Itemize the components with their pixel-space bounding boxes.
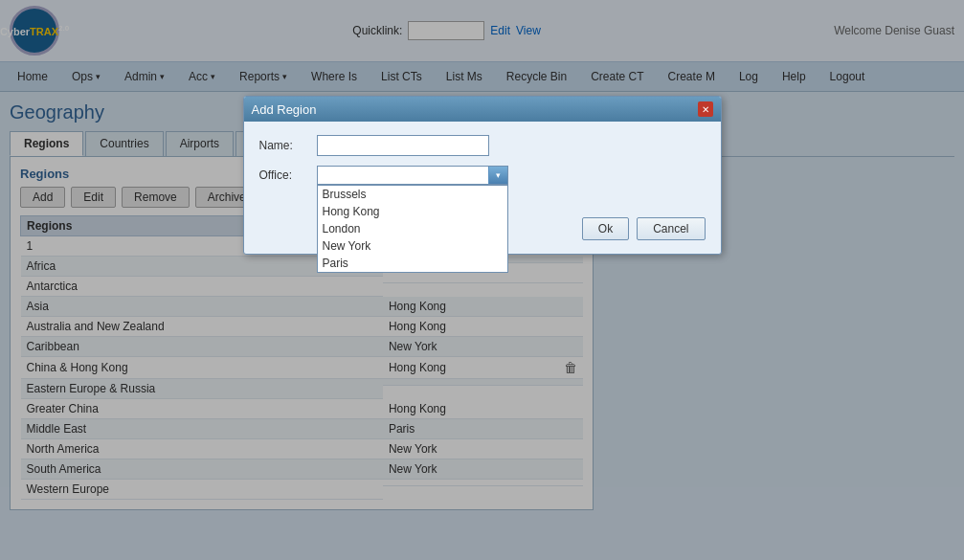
ok-button[interactable]: Ok [582,217,629,240]
dropdown-option[interactable]: Brussels [318,186,507,203]
modal-title: Add Region [252,102,317,117]
dropdown-option[interactable]: New York [318,237,507,255]
modal-body: Name: Office: ▾ BrusselsHong KongLondonN… [244,122,721,208]
add-region-modal: Add Region ✕ Name: Office: ▾ BrusselsHon… [243,96,722,255]
dropdown-option[interactable]: Paris [318,255,507,272]
modal-close-button[interactable]: ✕ [698,101,713,117]
dropdown-option[interactable]: London [318,220,507,237]
name-row: Name: [259,135,706,156]
office-select-display[interactable]: ▾ [317,166,508,185]
modal-titlebar: Add Region ✕ [244,97,721,122]
name-input[interactable] [317,135,489,156]
office-dropdown-list: BrusselsHong KongLondonNew YorkParis [317,185,508,273]
office-dropdown-arrow[interactable]: ▾ [488,167,507,184]
office-label: Office: [259,168,317,182]
name-label: Name: [259,139,317,152]
cancel-button[interactable]: Cancel [637,217,705,240]
office-select-wrapper: ▾ BrusselsHong KongLondonNew YorkParis [317,166,508,185]
office-row: Office: ▾ BrusselsHong KongLondonNew Yor… [259,166,706,185]
modal-overlay: Add Region ✕ Name: Office: ▾ BrusselsHon… [0,0,964,520]
dropdown-option[interactable]: Hong Kong [318,203,507,220]
